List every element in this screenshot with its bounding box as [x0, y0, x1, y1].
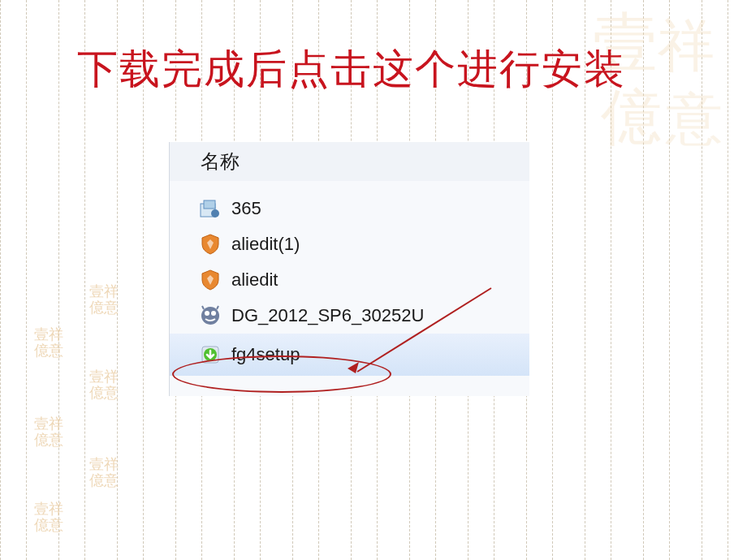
svg-text:壹祥: 壹祥 [89, 368, 119, 385]
file-name-label: DG_2012_SP6_30252U [231, 305, 424, 326]
shield-icon [199, 269, 222, 291]
svg-text:壹祥: 壹祥 [34, 416, 63, 432]
svg-text:祥: 祥 [658, 15, 715, 77]
svg-point-21 [211, 311, 216, 316]
svg-text:意: 意 [665, 88, 723, 150]
installer-icon [199, 197, 222, 220]
svg-text:億意: 億意 [34, 517, 63, 533]
svg-text:壹祥: 壹祥 [34, 326, 63, 342]
file-name-label: aliedit [231, 269, 278, 291]
seal-decoration-4: 壹祥億意 [32, 412, 65, 451]
file-explorer: 名称 365 aliedit(1) [169, 142, 529, 396]
svg-text:壹祥: 壹祥 [89, 283, 119, 299]
file-list: 365 aliedit(1) aliedit [170, 181, 529, 386]
file-name-label: 365 [231, 198, 261, 219]
svg-point-20 [205, 311, 209, 316]
file-item-dg2012[interactable]: DG_2012_SP6_30252U [199, 298, 500, 334]
column-header-name[interactable]: 名称 [170, 142, 529, 181]
svg-rect-17 [204, 200, 215, 209]
seal-decoration-3: 壹祥億意 [88, 365, 120, 404]
file-name-label: fg4setup [231, 344, 300, 365]
download-icon [199, 343, 222, 366]
svg-point-19 [201, 307, 219, 325]
svg-text:億意: 億意 [89, 472, 119, 489]
svg-text:億意: 億意 [34, 342, 63, 359]
svg-text:億意: 億意 [89, 299, 119, 316]
file-item-aliedit[interactable]: aliedit [199, 262, 500, 298]
svg-text:億意: 億意 [89, 385, 119, 401]
file-item-365[interactable]: 365 [199, 191, 500, 226]
svg-text:壹祥: 壹祥 [34, 501, 63, 517]
app-icon [199, 304, 222, 327]
seal-decoration-5: 壹祥億意 [88, 453, 120, 492]
seal-decoration-1: 壹祥億意 [88, 280, 120, 319]
shield-icon [199, 233, 222, 256]
file-name-label: aliedit(1) [231, 234, 300, 255]
seal-decoration-6: 壹祥億意 [32, 498, 65, 536]
seal-decoration-2: 壹祥億意 [32, 323, 65, 362]
svg-text:壹祥: 壹祥 [89, 456, 119, 472]
svg-text:億意: 億意 [34, 432, 63, 448]
svg-point-18 [211, 209, 219, 218]
page-title: 下载完成后点击这个进行安装 [77, 42, 626, 97]
file-item-fg4setup[interactable]: fg4setup [170, 334, 529, 376]
file-item-aliedit1[interactable]: aliedit(1) [199, 226, 500, 262]
